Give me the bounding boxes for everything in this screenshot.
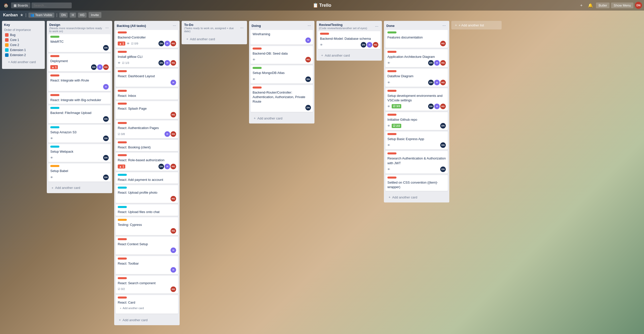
review-add-card[interactable]: ＋ Add another card [318,52,380,59]
butler-button[interactable]: Butler [596,3,610,8]
avatar-dn: DN [103,136,109,141]
column-design-title: Design [49,23,60,27]
done-add-card[interactable]: ＋ Add another card [385,193,448,201]
star-icon[interactable]: ★ [20,13,23,17]
show-menu-button[interactable]: Show Menu [611,3,633,8]
card-backend-router[interactable]: Backend-Router/Controller: Authenticatio… [251,85,313,112]
board-header: Kanban ★ | 👥 Team Visible | DN H HG Invi… [0,11,644,19]
add-icon[interactable]: ＋ [578,2,585,9]
avatar-h: H [97,64,103,70]
team-badge[interactable]: 👥 Team Visible [28,13,54,18]
card-react-rrule[interactable]: React: Integrate with Rrule H [48,73,111,91]
card-backend-controller[interactable]: Backend-Controller ▲ 1 👁 ☑ 0/9 DN H HG [116,30,178,48]
done-menu-button[interactable]: ··· [441,23,447,28]
card-backend-model-db[interactable]: Backend-Model: Database schema 👁 DN H HG [318,31,380,49]
ext2-dot [5,53,9,57]
card-react-card[interactable]: React: Card ＋ Add another card [116,295,178,314]
todo-add-card[interactable]: ＋ Add another card [183,35,246,43]
h-tag: H [70,13,76,18]
checklist-icon: ☑ 0/9 [131,42,138,45]
invite-button[interactable]: Invite [89,12,101,18]
review-menu-button[interactable]: ··· [374,24,379,29]
card-react-auth-pages[interactable]: React: Authentication Pages ☑ 0/8 H HG [116,120,178,138]
card-research-auth[interactable]: Research Authentication & Authorization … [385,151,448,173]
card-react-dashboard[interactable]: React: Dashboard Layout H [116,69,178,87]
column-review-title: Review/Testing [319,23,343,27]
label-teal [50,126,59,128]
setup-basic-express-title: Setup Basic Express App [387,137,446,141]
board-title: Kanban [3,13,18,17]
card-webbrtc[interactable]: WebRTC DN [48,34,111,52]
column-doing: Doing ··· Wireframing H Backend-DB: Seed… [249,21,314,123]
key-item-ext2[interactable]: Extension 2 [4,53,43,58]
design-menu-button[interactable]: ··· [104,25,110,31]
avatar-dn: DN [103,175,109,180]
boards-button[interactable]: ▦ Boards [11,3,30,8]
card-react-booking[interactable]: React: Booking (client) [116,140,178,151]
checklist-icon: ☑ 1/3 [122,61,129,65]
add-list-button[interactable]: ＋ + Add another list [451,21,502,29]
card-react-splash[interactable]: React: Splash Page HG [116,101,178,119]
card-backend-db-seed[interactable]: Backend-DB: Seed data 👁 HG [251,46,313,64]
card-testing-cypress[interactable]: Testing: Cypress HG [116,217,178,235]
plus-icon: ＋ [51,186,54,190]
card-settled-css[interactable]: Settled on CSS convention ({item}-wrappe… [385,175,448,191]
label-green [50,36,59,38]
card-react-uploadphoto[interactable]: React: Upload profile photo HG [116,185,178,203]
key-item-core2[interactable]: Core 2 [4,43,43,48]
card-setup-dev-env[interactable]: Setup development environments and VSCod… [385,88,448,111]
card-dataflow[interactable]: Dataflow Diagram 👁 DN H HG [385,69,448,87]
card-react-context[interactable]: React Context Setup H [116,237,178,255]
ext2-label: Extension 2 [10,53,26,57]
card-setup-amazon[interactable]: Setup Amazon S3 👁 DN [48,125,111,143]
react-card-add-sub[interactable]: ＋ Add another card [119,306,175,311]
eye-icon: 👁 [253,58,255,61]
checklist-icon: ☑ 0/8 [118,133,125,136]
home-icon[interactable]: 🏠 [2,2,10,9]
search-input[interactable] [31,3,72,8]
todo-menu-button[interactable]: ··· [239,25,245,31]
card-setup-babel[interactable]: Setup Babel 👁 DN [48,163,111,181]
research-auth-title: Research Authentication & Authorization … [387,156,446,165]
column-backlog: Backlog (All tasks) ··· Backend-Controll… [114,21,180,325]
card-react-inbox[interactable]: React: Inbox [116,88,178,100]
column-done: Done ··· Features documentation HG Appli… [384,21,449,202]
backlog-menu-button[interactable]: ··· [172,23,177,28]
card-deployment[interactable]: Deployment ▲ 1 DN H HG [48,54,111,71]
doing-menu-button[interactable]: ··· [307,23,312,28]
card-react-search[interactable]: React: Search component ☑ 0/2 HG [116,276,178,294]
card-react-uploadfiles[interactable]: React: Upload files onto chat [116,204,178,216]
backlog-add-card[interactable]: ＋ Add another card [116,316,178,324]
card-react-toolbar[interactable]: React: Toolbar H [116,256,178,274]
avatar-dn: DN [103,116,109,122]
core1-label: Core 1 [10,38,19,42]
doing-add-card[interactable]: ＋ Add another card [251,114,313,122]
card-react-rolebased[interactable]: React: Role-based authorization ▲ 1 DN H… [116,153,178,171]
key-item-core1[interactable]: Core 1 [4,37,43,43]
card-react-bigscheduler[interactable]: React: Integrate with Big-scheduler [48,93,111,104]
card-app-arch[interactable]: Application Architecture Diagram 👁 DN H … [385,49,448,67]
card-wireframing[interactable]: Wireframing H [251,30,313,45]
card-install-gitflow[interactable]: Install gitflow CLI 👁 ☑ 1/3 DN H HG [116,49,178,67]
card-setup-basic-express[interactable]: Setup Basic Express App 👁 DN [385,132,448,149]
plus-icon: ＋ [118,318,122,322]
avatar-hg: HG [103,64,109,70]
design-add-card[interactable]: ＋ Add another card [48,184,111,192]
badge-1: ▲ 1 [50,65,58,69]
core2-dot [5,43,9,47]
card-features-doc[interactable]: Features documentation HG [385,30,448,48]
card-react-addpayment[interactable]: React: Add payment to account [116,172,178,184]
plus-icon: ＋ [253,116,256,120]
eye-icon: 👁 [387,144,390,147]
card-backend-fileimage[interactable]: Backend: File/Image Upload DN [48,105,111,123]
card-init-github[interactable]: Initialise Github repo 👁 ☑ 2/2 DN [385,112,448,130]
card-setup-mongodb[interactable]: Setup MongoDB Atlas 👁 DN [251,65,313,83]
notification-icon[interactable]: 🔔 [586,2,594,9]
column-design-header: Design (Needs more research/design befor… [47,21,112,34]
eye-icon: 👁 [50,176,53,179]
user-avatar[interactable]: DN [635,2,642,9]
key-add-card[interactable]: + Add another card [6,59,41,65]
key-item-bug[interactable]: Bug [4,32,43,37]
key-item-ext1[interactable]: Extension 1 [4,48,43,53]
card-setup-webpack[interactable]: Setup Webpack 👁 DN [48,144,111,162]
